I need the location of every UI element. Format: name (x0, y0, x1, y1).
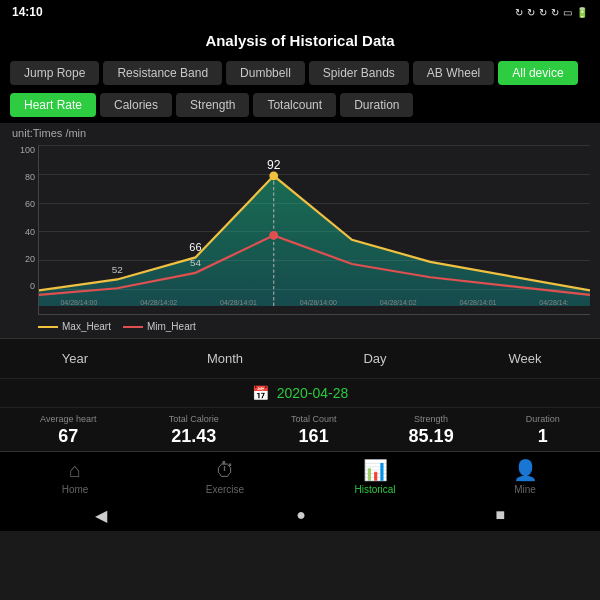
back-button[interactable]: ◀ (95, 506, 107, 525)
chart-svg: 92 66 54 52 (39, 145, 590, 306)
sync-icon2: ↻ (527, 7, 535, 18)
metric-buttons-section: Heart Rate Calories Strength Totalcount … (0, 89, 600, 123)
device-btn-dumbbell[interactable]: Dumbbell (226, 61, 305, 85)
y-label-20: 20 (10, 254, 38, 264)
stat-avg-heart: Average heart 67 (40, 414, 96, 447)
metric-btn-heart-rate[interactable]: Heart Rate (10, 93, 96, 117)
nav-label-mine: Mine (514, 484, 536, 495)
tab-day[interactable]: Day (300, 347, 450, 370)
x-axis: 04/28/14:00 04/28/14:02 04/28/14:01 04/2… (39, 290, 590, 314)
x-label-4: 04/28/14:00 (300, 299, 337, 306)
unit-label: unit:Times /min (0, 123, 600, 141)
x-label-7: 04/28/14: (539, 299, 568, 306)
y-axis: 100 80 60 40 20 0 (10, 145, 38, 315)
svg-text:52: 52 (112, 264, 124, 275)
stat-strength: Strength 85.19 (409, 414, 454, 447)
legend-line-min (123, 326, 143, 328)
y-label-0: 0 (10, 281, 38, 291)
x-label-5: 04/28/14:02 (380, 299, 417, 306)
calendar-icon: 📅 (252, 385, 269, 401)
stat-label-avg-heart: Average heart (40, 414, 96, 424)
y-label-60: 60 (10, 199, 38, 209)
date-selector[interactable]: 📅 2020-04-28 (0, 378, 600, 407)
y-label-40: 40 (10, 227, 38, 237)
status-bar: 14:10 ↻ ↻ ↻ ↻ ▭ 🔋 (0, 0, 600, 24)
metric-btn-strength[interactable]: Strength (176, 93, 249, 117)
device-buttons-section: Jump Rope Resistance Band Dumbbell Spide… (0, 55, 600, 89)
historical-icon: 📊 (363, 458, 388, 482)
chart-legend: Max_Heart Mim_Heart (0, 317, 600, 338)
stat-label-strength: Strength (414, 414, 448, 424)
stat-total-calorie: Total Calorie 21.43 (169, 414, 219, 447)
svg-text:66: 66 (189, 241, 201, 253)
nav-mine[interactable]: 👤 Mine (495, 458, 555, 495)
metric-btn-duration[interactable]: Duration (340, 93, 413, 117)
stat-value-calorie: 21.43 (171, 426, 216, 447)
y-label-80: 80 (10, 172, 38, 182)
legend-max-heart: Max_Heart (38, 321, 111, 332)
metric-btn-calories[interactable]: Calories (100, 93, 172, 117)
sync-icon: ↻ (515, 7, 523, 18)
recent-button[interactable]: ■ (496, 506, 506, 524)
stat-label-calorie: Total Calorie (169, 414, 219, 424)
legend-min-heart: Mim_Heart (123, 321, 196, 332)
legend-line-max (38, 326, 58, 328)
wifi-icon: ▭ (563, 7, 572, 18)
stats-row: Average heart 67 Total Calorie 21.43 Tot… (0, 407, 600, 451)
battery-icon: 🔋 (576, 7, 588, 18)
device-btn-ab-wheel[interactable]: AB Wheel (413, 61, 494, 85)
stat-label-count: Total Count (291, 414, 337, 424)
nav-exercise[interactable]: ⏱ Exercise (195, 459, 255, 495)
sync-icon3: ↻ (539, 7, 547, 18)
nav-home[interactable]: ⌂ Home (45, 459, 105, 495)
page-title: Analysis of Historical Data (0, 24, 600, 55)
x-label-3: 04/28/14:01 (220, 299, 257, 306)
device-btn-spider-bands[interactable]: Spider Bands (309, 61, 409, 85)
y-label-100: 100 (10, 145, 38, 155)
system-nav-bar: ◀ ● ■ (0, 499, 600, 531)
x-label-2: 04/28/14:02 (140, 299, 177, 306)
device-btn-jump-rope[interactable]: Jump Rope (10, 61, 99, 85)
nav-historical[interactable]: 📊 Historical (345, 458, 405, 495)
nav-label-home: Home (62, 484, 89, 495)
bottom-nav: ⌂ Home ⏱ Exercise 📊 Historical 👤 Mine (0, 451, 600, 499)
x-label-6: 04/28/14:01 (459, 299, 496, 306)
stat-value-duration: 1 (538, 426, 548, 447)
tab-month[interactable]: Month (150, 347, 300, 370)
sync-icon4: ↻ (551, 7, 559, 18)
mine-icon: 👤 (513, 458, 538, 482)
tab-week[interactable]: Week (450, 347, 600, 370)
legend-label-min: Mim_Heart (147, 321, 196, 332)
chart-area: 100 80 60 40 20 0 (0, 141, 600, 317)
stat-value-avg-heart: 67 (58, 426, 78, 447)
stat-total-count: Total Count 161 (291, 414, 337, 447)
nav-label-historical: Historical (354, 484, 395, 495)
metric-btn-totalcount[interactable]: Totalcount (253, 93, 336, 117)
svg-point-7 (269, 171, 278, 180)
tab-year[interactable]: Year (0, 347, 150, 370)
device-btn-resistance-band[interactable]: Resistance Band (103, 61, 222, 85)
home-button[interactable]: ● (296, 506, 306, 524)
status-time: 14:10 (12, 5, 43, 19)
exercise-icon: ⏱ (215, 459, 235, 482)
svg-text:92: 92 (267, 158, 281, 172)
stat-duration: Duration 1 (526, 414, 560, 447)
legend-label-max: Max_Heart (62, 321, 111, 332)
svg-point-8 (269, 231, 278, 240)
device-btn-all-device[interactable]: All device (498, 61, 577, 85)
svg-text:54: 54 (190, 257, 202, 268)
selected-date: 2020-04-28 (277, 385, 349, 401)
stat-label-duration: Duration (526, 414, 560, 424)
home-icon: ⌂ (69, 459, 81, 482)
phone-container: 14:10 ↻ ↻ ↻ ↻ ▭ 🔋 Analysis of Historical… (0, 0, 600, 600)
stat-value-count: 161 (299, 426, 329, 447)
chart-inner: 92 66 54 52 04/28/14:00 04/28/14:02 04/2… (38, 145, 590, 315)
stat-value-strength: 85.19 (409, 426, 454, 447)
status-icons: ↻ ↻ ↻ ↻ ▭ 🔋 (515, 7, 588, 18)
nav-label-exercise: Exercise (206, 484, 244, 495)
x-label-1: 04/28/14:00 (60, 299, 97, 306)
time-tabs: Year Month Day Week (0, 338, 600, 378)
